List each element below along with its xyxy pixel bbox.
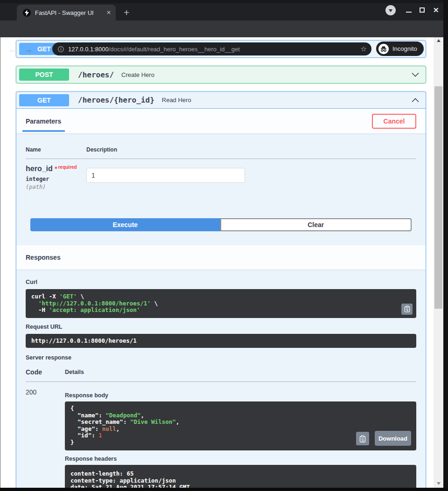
scrollbar-thumb[interactable] xyxy=(434,86,442,309)
status-code: 200 xyxy=(26,382,65,491)
site-info-icon[interactable] xyxy=(57,46,64,53)
clear-button[interactable]: Clear xyxy=(220,218,412,231)
parameter-type: integer xyxy=(26,176,86,182)
parameter-location: (path) xyxy=(26,184,86,190)
window-bottom-edge xyxy=(0,488,448,491)
endpoint-summary: Read Hero xyxy=(162,97,191,104)
curl-command-block: curl -X 'GET' \ 'http://127.0.0.1:8000/h… xyxy=(26,289,416,318)
execute-button-group: Execute Clear xyxy=(16,190,426,245)
swagger-page: GET /heroes/ Read Heroes POST /heroes/ C… xyxy=(0,37,434,491)
cancel-button[interactable]: Cancel xyxy=(372,114,416,129)
chevron-up-icon[interactable] xyxy=(412,98,419,103)
fastapi-favicon-icon xyxy=(23,9,31,17)
browser-tab[interactable]: FastAPI - Swagger UI ✕ xyxy=(17,5,116,21)
reload-button[interactable]: ⟳ xyxy=(40,43,47,56)
column-header-details: Details xyxy=(65,368,416,382)
request-url-label: Request URL xyxy=(26,324,416,330)
scrollbar[interactable] xyxy=(434,37,443,488)
column-header-description: Description xyxy=(86,146,416,159)
parameters-section-header: Parameters Cancel xyxy=(16,109,426,133)
method-badge-post: POST xyxy=(19,69,69,81)
tab-close-icon[interactable]: ✕ xyxy=(106,9,111,16)
parameter-row: hero_id *required integer (path) xyxy=(26,159,416,191)
responses-title: Responses xyxy=(26,254,61,261)
server-response-table: Code Details 200 Response body { "name":… xyxy=(26,368,416,491)
response-row: 200 Response body { "name": "Deadpond", … xyxy=(26,382,416,491)
browser-update-menu-button[interactable] xyxy=(385,5,396,15)
execute-button[interactable]: Execute xyxy=(30,218,220,231)
copy-response-button[interactable] xyxy=(356,432,369,445)
bookmark-star-icon[interactable]: ☆ xyxy=(361,45,367,53)
hero-id-input[interactable] xyxy=(86,168,245,183)
responses-section-header: Responses xyxy=(16,245,426,270)
window-close-button[interactable]: ✕ xyxy=(433,6,439,14)
scrollbar-up-arrow-icon[interactable] xyxy=(434,38,443,43)
endpoint-path: /heroes/{hero_id} xyxy=(78,96,154,104)
url-host: 127.0.0.1:8000 xyxy=(68,46,109,53)
incognito-label: Incognito xyxy=(392,45,417,52)
opblock-summary-read-hero[interactable]: GET /heroes/{hero_id} Read Hero xyxy=(16,92,426,109)
opblock-read-hero: GET /heroes/{hero_id} Read Hero Paramete… xyxy=(16,91,426,491)
tab-parameters[interactable]: Parameters xyxy=(26,118,61,125)
parameter-name: hero_id *required xyxy=(26,165,86,173)
opblock-create-hero: POST /heroes/ Create Hero xyxy=(16,66,426,83)
active-tab-underline xyxy=(22,130,65,132)
browser-toolbar: ← → ⟳ 127.0.0.1:8000 /docs#/default/read… xyxy=(0,21,448,37)
required-asterisk: * xyxy=(55,165,57,173)
response-headers-label: Response headers xyxy=(65,456,416,462)
chevron-down-icon[interactable] xyxy=(412,72,419,77)
incognito-icon xyxy=(378,44,389,54)
response-body-label: Response body xyxy=(65,392,416,399)
responses-content: Curl curl -X 'GET' \ 'http://127.0.0.1:8… xyxy=(16,270,426,491)
opblock-summary-create-hero[interactable]: POST /heroes/ Create Hero xyxy=(16,66,426,83)
browser-chrome: FastAPI - Swagger UI ✕ + ✕ ← → ⟳ 127.0.0… xyxy=(0,0,448,37)
window-maximize-button[interactable] xyxy=(420,7,425,13)
url-path: /docs#/default/read_hero_heroes__hero_id… xyxy=(109,46,358,53)
window-minimize-button[interactable] xyxy=(406,12,412,13)
new-tab-button[interactable]: + xyxy=(124,7,129,19)
chevron-down-icon xyxy=(389,9,392,12)
request-url-value: http://127.0.0.1:8000/heroes/1 xyxy=(31,338,411,345)
endpoint-summary: Create Hero xyxy=(121,71,154,78)
curl-label: Curl xyxy=(26,279,416,285)
forward-button[interactable]: → xyxy=(24,43,33,56)
address-bar[interactable]: 127.0.0.1:8000 /docs#/default/read_hero_… xyxy=(52,42,371,55)
required-label: required xyxy=(58,165,77,170)
copy-curl-button[interactable] xyxy=(401,304,413,315)
tab-title: FastAPI - Swagger UI xyxy=(35,9,104,16)
response-headers-block: content-length: 65 content-type: applica… xyxy=(65,465,416,491)
window-titlebar xyxy=(0,0,448,3)
parameters-table: Name Description hero_id *required integ… xyxy=(16,133,426,190)
curl-command: curl -X 'GET' \ 'http://127.0.0.1:8000/h… xyxy=(31,293,396,314)
incognito-badge: Incognito xyxy=(376,41,424,56)
method-badge-get: GET xyxy=(19,94,69,106)
server-response-label: Server response xyxy=(26,354,416,361)
endpoint-path: /heroes/ xyxy=(78,70,114,79)
response-body-block: { "name": "Deadpond", "secret_name": "Di… xyxy=(65,401,416,450)
request-url-block: http://127.0.0.1:8000/heroes/1 xyxy=(26,334,416,348)
column-header-code: Code xyxy=(26,368,65,382)
window-right-edge xyxy=(443,0,448,491)
scrollbar-down-arrow-icon[interactable] xyxy=(434,481,443,486)
download-button[interactable]: Download xyxy=(375,431,411,446)
column-header-name: Name xyxy=(26,146,86,159)
back-button[interactable]: ← xyxy=(8,43,17,56)
